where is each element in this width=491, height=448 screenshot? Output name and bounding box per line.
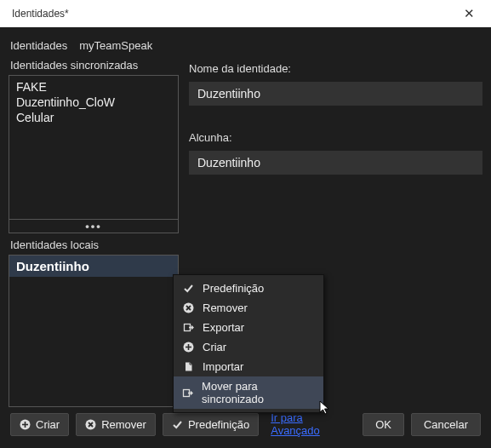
- window-title: Identidades*: [12, 8, 69, 20]
- window: { "window": { "title": "Identidades*" },…: [0, 0, 491, 448]
- file-icon: [182, 361, 194, 373]
- sync-identities-list[interactable]: FAKE Duzentiinho_CloW Celular: [9, 75, 179, 220]
- local-identities-list[interactable]: Duzentiinho: [9, 255, 179, 407]
- list-item-selected[interactable]: Duzentiinho: [9, 256, 178, 277]
- remove-button-label: Remover: [101, 418, 146, 431]
- list-item[interactable]: Celular: [11, 110, 176, 125]
- ok-button[interactable]: OK: [363, 413, 404, 436]
- menu-item-move-to-sync[interactable]: Mover para sincronizado: [174, 376, 323, 409]
- create-button-label: Criar: [36, 418, 60, 431]
- tab-myteamspeak[interactable]: myTeamSpeak: [79, 39, 152, 52]
- plus-circle-icon: [20, 419, 31, 430]
- x-circle-icon: [85, 419, 96, 430]
- cancel-button[interactable]: Cancelar: [411, 413, 481, 436]
- identity-name-label: Nome da identidade:: [189, 62, 482, 75]
- tabs: Identidades myTeamSpeak: [9, 36, 482, 57]
- left-panel: Identidades sincronizadas FAKE Duzentiin…: [9, 57, 179, 407]
- menu-item-import[interactable]: Importar: [174, 357, 323, 376]
- close-icon[interactable]: ✕: [452, 6, 486, 21]
- plus-circle-icon: [182, 342, 194, 353]
- nickname-input[interactable]: [189, 151, 482, 175]
- menu-item-create[interactable]: Criar: [174, 337, 323, 357]
- list-resize-handle[interactable]: •••: [9, 220, 179, 233]
- list-item[interactable]: Duzentiinho_CloW: [11, 95, 176, 110]
- menu-item-remove[interactable]: Remover: [174, 298, 323, 318]
- footer: Criar Remover Predefinição Ir para Avanç…: [9, 407, 482, 448]
- check-icon: [172, 419, 183, 430]
- menu-item-export[interactable]: Exportar: [174, 318, 323, 337]
- nickname-label: Alcunha:: [189, 131, 482, 144]
- titlebar: Identidades* ✕: [0, 0, 491, 27]
- context-menu: Predefinição Remover Exportar Criar: [173, 274, 324, 413]
- export-icon: [182, 387, 193, 399]
- export-icon: [182, 322, 194, 334]
- x-circle-icon: [182, 302, 194, 314]
- create-button[interactable]: Criar: [10, 413, 69, 436]
- check-icon: [182, 283, 194, 295]
- remove-button[interactable]: Remover: [76, 413, 156, 436]
- local-identities-label: Identidades locais: [10, 238, 179, 251]
- advanced-link[interactable]: Ir para Avançado: [271, 411, 344, 437]
- dialog-body: Identidades myTeamSpeak Identidades sinc…: [0, 27, 491, 448]
- identity-name-input[interactable]: [189, 82, 482, 106]
- mouse-cursor-icon: [319, 400, 331, 416]
- sync-identities-label: Identidades sincronizadas: [10, 59, 179, 72]
- svg-rect-8: [186, 347, 191, 348]
- default-button-label: Predefinição: [188, 418, 249, 431]
- menu-item-default[interactable]: Predefinição: [174, 279, 323, 298]
- tab-identities[interactable]: Identidades: [10, 39, 67, 52]
- default-button[interactable]: Predefinição: [163, 413, 259, 436]
- list-item[interactable]: FAKE: [11, 79, 176, 95]
- svg-rect-2: [22, 423, 28, 425]
